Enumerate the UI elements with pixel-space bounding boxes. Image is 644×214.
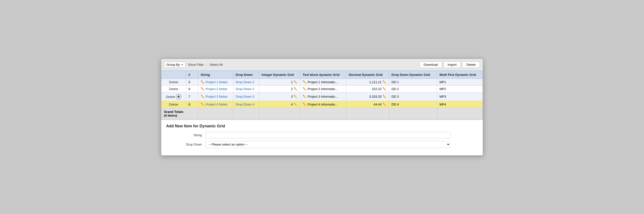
delete-row-link[interactable]: Delete	[169, 103, 178, 106]
grand-totals-empty	[198, 108, 233, 119]
pencil-icon: ✏️	[382, 103, 386, 106]
grand-totals-empty	[437, 108, 482, 119]
group-by-label: Group By	[166, 63, 180, 67]
pencil-icon: ✏️	[382, 80, 386, 84]
dropdown-cell[interactable]: Drop Down 1	[233, 79, 259, 85]
string-value[interactable]: Project 4 Notes	[206, 103, 228, 106]
pencil-icon: ✏️	[382, 95, 386, 98]
grand-totals-empty	[259, 108, 300, 119]
string-cell: ✏️Project 2 Notes	[198, 85, 233, 92]
grand-totals-label: Grand Totals (4 items)	[162, 108, 198, 119]
decimal-cell: 222.22 ✏️	[346, 85, 389, 92]
add-new-section: Add New Item for Dynamic Grid String Dro…	[161, 120, 483, 155]
table-row: Delete6✏️Project 2 NotesDrop Down 22 ✏️✏…	[162, 85, 483, 92]
string-value[interactable]: Project 2 Notes	[206, 87, 228, 91]
textblock-value: Project 2 informatio...	[308, 87, 338, 91]
add-new-title: Add New Item for Dynamic Grid	[166, 124, 478, 128]
data-table: # String Drop Down Integer Dynamic Grid …	[161, 71, 483, 120]
grand-totals-empty	[346, 108, 389, 119]
delete-row-link[interactable]: Delete	[169, 87, 178, 91]
pencil-icon: ✏️	[294, 80, 298, 84]
multipick-cell: MP1	[437, 79, 482, 85]
table-header-row: # String Drop Down Integer Dynamic Grid …	[162, 71, 483, 79]
toolbar-right: Download Import Delete	[420, 61, 480, 68]
dropdown-cell[interactable]: Drop Down 3	[233, 92, 259, 101]
string-input[interactable]	[205, 132, 450, 138]
dropdown-value[interactable]: Drop Down 2	[236, 87, 254, 91]
pencil-icon: ✏️	[303, 95, 306, 98]
textblock-cell: ✏️Project 4 informatio...	[300, 101, 346, 108]
string-cell: ✏️Project 3 Notes	[198, 92, 233, 101]
toolbar-divider: |	[206, 63, 207, 67]
pencil-icon: ✏️	[201, 103, 204, 106]
decimal-cell: 1,111.11 ✏️	[346, 79, 389, 85]
toolbar-left: Group By ▼ Show Filter | Select All	[164, 62, 418, 68]
chevron-down-icon: ▼	[181, 63, 183, 66]
col-header-multipick: Multi Pick Dynamic Grid	[437, 71, 482, 79]
string-value[interactable]: Project 1 Notes	[206, 80, 228, 84]
col-header-actions	[162, 71, 186, 79]
show-filter-button[interactable]: Show Filter	[187, 62, 205, 68]
decimal-cell: 3,333.33 ✏️	[346, 92, 389, 101]
textblock-cell: ✏️Project 3 informatio...	[300, 92, 346, 101]
dropdown-dynamic-cell: DD 4	[389, 101, 437, 108]
num-cell: 6	[186, 85, 198, 92]
dropdown-dynamic-cell: DD 2	[389, 85, 437, 92]
pencil-icon: ✏️	[303, 80, 306, 84]
dropdown-cell[interactable]: Drop Down 4	[233, 101, 259, 108]
delete-row-link[interactable]: Delete	[169, 80, 178, 84]
move-icon[interactable]: ✚	[176, 94, 181, 99]
col-header-dropdown: Drop Down	[233, 71, 259, 79]
col-header-num: #	[186, 71, 198, 79]
string-label: String	[166, 133, 205, 137]
dropdown-form-row: Drop Down -- Please select an option --	[166, 141, 478, 148]
string-value[interactable]: Project 3 Notes	[206, 95, 228, 98]
dropdown-value[interactable]: Drop Down 1	[236, 80, 254, 84]
pencil-icon: ✏️	[294, 103, 298, 106]
grand-totals-empty	[300, 108, 346, 119]
pencil-icon: ✏️	[201, 95, 204, 98]
num-cell: 5	[186, 79, 198, 85]
action-cell: Delete✚	[162, 92, 186, 101]
dropdown-select[interactable]: -- Please select an option --	[205, 141, 450, 148]
dropdown-cell[interactable]: Drop Down 2	[233, 85, 259, 92]
multipick-cell: MP3	[437, 92, 482, 101]
dropdown-value[interactable]: Drop Down 3	[236, 95, 254, 98]
pencil-icon: ✏️	[382, 87, 386, 91]
pencil-icon: ✏️	[303, 103, 306, 106]
dropdown-value[interactable]: Drop Down 4	[236, 103, 254, 106]
pencil-icon: ✏️	[201, 87, 204, 91]
col-header-textblock: Text block dynamic Grid	[300, 71, 346, 79]
col-header-string: String	[198, 71, 233, 79]
table-row: Delete✚7✏️Project 3 NotesDrop Down 33 ✏️…	[162, 92, 483, 101]
textblock-cell: ✏️Project 2 informatio...	[300, 85, 346, 92]
grid-container: # String Drop Down Integer Dynamic Grid …	[161, 71, 483, 120]
integer-cell: 3 ✏️	[259, 92, 300, 101]
num-cell: 8	[186, 101, 198, 108]
col-header-dropdown-dynamic: Drop Down Dynamic Grid	[389, 71, 437, 79]
string-form-row: String	[166, 132, 478, 138]
select-all-button[interactable]: Select All	[208, 62, 224, 68]
multipick-cell: MP4	[437, 101, 482, 108]
pencil-icon: ✏️	[303, 87, 306, 91]
integer-cell: 2 ✏️	[259, 85, 300, 92]
action-cell: Delete	[162, 79, 186, 85]
dropdown-label: Drop Down	[166, 143, 205, 146]
decimal-cell: 44.44 ✏️	[346, 101, 389, 108]
delete-button[interactable]: Delete	[462, 61, 480, 68]
dropdown-dynamic-cell: DD 3	[389, 92, 437, 101]
import-button[interactable]: Import	[444, 61, 461, 68]
col-header-integer: Integer Dynamic Grid	[259, 71, 300, 79]
integer-cell: 4 ✏️	[259, 101, 300, 108]
action-cell: Delete	[162, 101, 186, 108]
delete-row-link[interactable]: Delete	[166, 95, 175, 99]
table-row: Delete8✏️Project 4 NotesDrop Down 44 ✏️✏…	[162, 101, 483, 108]
pencil-icon: ✏️	[294, 95, 298, 98]
integer-cell: 1 ✏️	[259, 79, 300, 85]
multipick-cell: MP2	[437, 85, 482, 92]
string-cell: ✏️Project 1 Notes	[198, 79, 233, 85]
textblock-value: Project 3 informatio...	[308, 95, 338, 98]
group-by-button[interactable]: Group By ▼	[164, 62, 186, 68]
pencil-icon: ✏️	[201, 80, 204, 84]
download-button[interactable]: Download	[420, 61, 442, 68]
